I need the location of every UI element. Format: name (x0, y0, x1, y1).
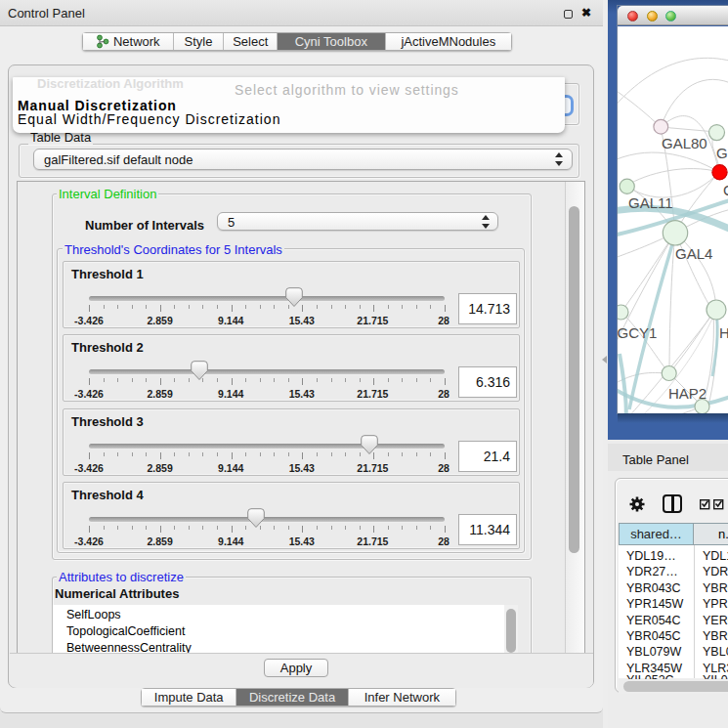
svg-text:GAL11: GAL11 (628, 194, 673, 211)
svg-text:GCY1: GCY1 (618, 324, 657, 341)
svg-text:G.: G. (716, 145, 728, 161)
svg-text:H: H (719, 324, 728, 341)
svg-text:GAL80: GAL80 (662, 135, 707, 151)
svg-text:C: C (723, 182, 728, 198)
svg-text:GAL4: GAL4 (675, 245, 712, 262)
svg-text:HAP2: HAP2 (668, 385, 707, 402)
